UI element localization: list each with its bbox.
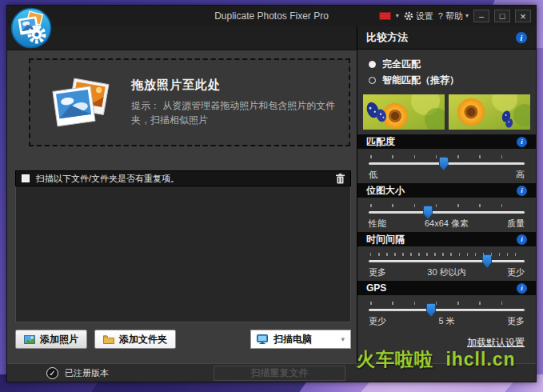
info-icon[interactable]: i xyxy=(516,32,527,43)
info-icon[interactable]: i xyxy=(517,234,527,245)
slider-gps: 更少 5 米 更多 xyxy=(357,295,536,330)
delete-all-button[interactable] xyxy=(336,174,345,184)
compare-method-title: 比较方法 xyxy=(366,30,408,45)
slider-label-right: 更多 xyxy=(507,315,525,327)
status-bar: ✓ 已注册版本 扫描重复文件 xyxy=(7,363,536,382)
slider-label-center: 5 米 xyxy=(386,315,507,327)
add-folder-label: 添加文件夹 xyxy=(119,333,167,346)
slider-bitmap-size: 性能 64x64 像素 质量 xyxy=(357,198,536,232)
slider-track[interactable] xyxy=(369,309,525,311)
add-photos-label: 添加照片 xyxy=(40,333,78,346)
info-icon[interactable]: i xyxy=(517,137,527,147)
radio-exact-match[interactable]: 完全匹配 xyxy=(369,56,525,72)
dropzone-hint: 提示： 从资源管理器拖动照片和包含照片的文件夹，扫描相似照片 xyxy=(131,98,349,127)
slider-label-left: 低 xyxy=(369,169,377,181)
check-icon: ✓ xyxy=(46,367,58,379)
load-defaults-link[interactable]: 加载默认设置 xyxy=(467,337,525,348)
slider-match-level: 低 高 xyxy=(357,149,536,183)
scan-file-list: 扫描以下文件/文件夹是否有重复项。 xyxy=(15,170,351,322)
slider-label-right: 高 xyxy=(516,169,525,181)
radio-dot xyxy=(369,77,376,84)
slider-track[interactable] xyxy=(369,211,525,214)
slider-label-right: 更少 xyxy=(507,266,525,278)
title-bar: Duplicate Photos Fixer Pro ▾ 设置 ? 帮助 ▾ –… xyxy=(7,6,536,26)
app-window: Duplicate Photos Fixer Pro ▾ 设置 ? 帮助 ▾ –… xyxy=(6,5,537,382)
slider-label-left: 更少 xyxy=(369,315,386,327)
gear-icon xyxy=(404,11,413,21)
sample-image-left xyxy=(363,94,445,130)
scan-duplicates-button[interactable]: 扫描重复文件 xyxy=(214,366,345,381)
slider-label-left: 更多 xyxy=(369,266,386,278)
section-title: 时间间隔 xyxy=(366,233,405,246)
radio-smart-label: 智能匹配（推荐） xyxy=(382,74,459,87)
registered-version-label: 已注册版本 xyxy=(65,367,109,379)
left-panel: 拖放照片至此处 提示： 从资源管理器拖动照片和包含照片的文件夹，扫描相似照片 扫… xyxy=(7,26,357,363)
slider-label-center: 30 秒以内 xyxy=(386,266,507,278)
slider-ticks xyxy=(370,253,523,256)
computer-icon xyxy=(257,334,268,344)
sample-image-right xyxy=(449,94,530,130)
slider-time-interval: 更多 30 秒以内 更少 xyxy=(357,246,536,281)
radio-smart-match[interactable]: 智能匹配（推荐） xyxy=(369,72,525,88)
slider-track[interactable] xyxy=(369,260,525,262)
app-logo xyxy=(10,7,52,49)
file-list-header-label: 扫描以下文件/文件夹是否有重复项。 xyxy=(36,173,179,185)
section-header-gps: GPS i xyxy=(357,281,536,295)
slider-ticks xyxy=(370,302,523,305)
maximize-button[interactable]: □ xyxy=(494,10,510,22)
section-header-match-level: 匹配度 i xyxy=(357,134,536,149)
select-all-checkbox[interactable] xyxy=(22,174,30,182)
chevron-down-icon: ▾ xyxy=(341,335,345,343)
section-header-bitmap-size: 位图大小 i xyxy=(357,183,536,198)
settings-panel: 比较方法 i 完全匹配 智能匹配（推荐） xyxy=(357,26,536,363)
file-list-header: 扫描以下文件/文件夹是否有重复项。 xyxy=(15,170,351,186)
folder-icon xyxy=(103,335,114,344)
chevron-down-icon: ▾ xyxy=(465,13,469,19)
radio-dot xyxy=(369,61,376,68)
info-icon[interactable]: i xyxy=(517,283,527,294)
slider-label-right: 质量 xyxy=(507,218,525,230)
close-button[interactable]: × xyxy=(515,10,531,22)
add-photos-button[interactable]: 添加照片 xyxy=(15,330,87,349)
photo-stack-icon xyxy=(46,70,114,135)
minimize-button[interactable]: – xyxy=(473,10,489,22)
add-folder-button[interactable]: 添加文件夹 xyxy=(94,330,176,349)
file-list-body[interactable] xyxy=(15,186,351,322)
dropzone-title: 拖放照片至此处 xyxy=(131,78,349,93)
section-header-time-interval: 时间间隔 i xyxy=(357,232,536,246)
toolbar-strip xyxy=(7,26,357,50)
trash-icon xyxy=(336,174,345,184)
settings-label: 设置 xyxy=(416,10,433,22)
radio-exact-label: 完全匹配 xyxy=(382,58,421,71)
scan-target-value: 扫描电脑 xyxy=(273,333,312,346)
chevron-down-icon[interactable]: ▾ xyxy=(396,13,399,19)
scan-target-dropdown[interactable]: 扫描电脑 ▾ xyxy=(250,330,351,349)
photo-icon xyxy=(24,335,35,344)
language-flag-icon[interactable] xyxy=(379,12,391,20)
slider-ticks xyxy=(370,204,523,207)
photo-drop-zone[interactable]: 拖放照片至此处 提示： 从资源管理器拖动照片和包含照片的文件夹，扫描相似照片 xyxy=(29,58,350,146)
help-menu[interactable]: ? 帮助 ▾ xyxy=(438,10,469,22)
settings-menu[interactable]: 设置 xyxy=(404,10,433,22)
info-icon[interactable]: i xyxy=(517,186,527,196)
slider-label-left: 性能 xyxy=(369,218,386,230)
section-title: 匹配度 xyxy=(366,135,395,149)
slider-track[interactable] xyxy=(369,162,525,165)
section-title: 位图大小 xyxy=(366,184,405,198)
section-title: GPS xyxy=(366,282,386,294)
help-label: ? 帮助 xyxy=(438,10,463,22)
slider-label-center: 64x64 像素 xyxy=(386,218,507,230)
compare-method-header: 比较方法 i xyxy=(357,26,536,50)
desktop-background: Duplicate Photos Fixer Pro ▾ 设置 ? 帮助 ▾ –… xyxy=(0,0,543,392)
